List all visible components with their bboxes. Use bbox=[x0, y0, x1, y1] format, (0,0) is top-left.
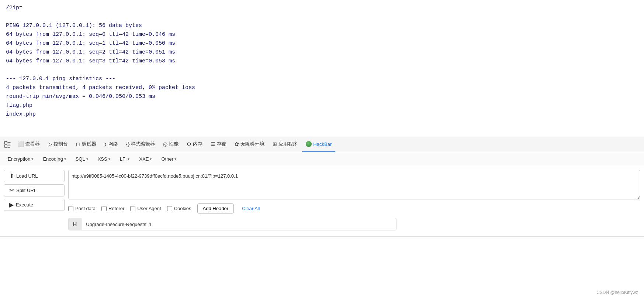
terminal-line: index.php bbox=[6, 110, 638, 119]
header-prefix-0: H bbox=[69, 218, 82, 230]
apps-tab-label: 应用程序 bbox=[278, 141, 298, 147]
terminal-line: /?ip= bbox=[6, 4, 638, 13]
menu-chevron-encryption: ▾ bbox=[31, 157, 33, 161]
checkbox-text-user-agent: User Agent bbox=[137, 206, 161, 211]
checkbox-label-cookies[interactable]: Cookies bbox=[167, 206, 191, 211]
menu-chevron-xss: ▾ bbox=[108, 157, 110, 161]
menu-item-sql[interactable]: SQL▾ bbox=[72, 154, 92, 164]
execute-button[interactable]: ▶ Execute bbox=[4, 199, 65, 211]
storage-icon: ☰ bbox=[211, 141, 215, 147]
menu-item-encryption[interactable]: Encryption▾ bbox=[4, 154, 37, 164]
performance-tab-label: 性能 bbox=[169, 141, 179, 147]
execute-label: Execute bbox=[16, 202, 33, 208]
checkbox-referer[interactable] bbox=[101, 206, 107, 211]
menu-item-label-lfi: LFI bbox=[120, 156, 127, 162]
inspector-button[interactable] bbox=[1, 138, 13, 150]
menu-item-label-other: Other bbox=[161, 156, 173, 162]
execute-icon: ▶ bbox=[9, 201, 14, 208]
devtools-tab-style-editor[interactable]: {}样式编辑器 bbox=[122, 137, 159, 152]
network-tab-label: 网络 bbox=[108, 141, 118, 147]
debugger-icon: ◻ bbox=[76, 141, 80, 147]
menu-item-xss[interactable]: XSS▾ bbox=[94, 154, 114, 164]
url-input[interactable] bbox=[68, 170, 640, 199]
devtools-bar: ⬜查看器▷控制台◻调试器↕网络{}样式编辑器◎性能⚙内存☰存储✿无障碍环境⊞应用… bbox=[0, 137, 644, 152]
menu-chevron-sql: ▾ bbox=[86, 157, 88, 161]
devtools-tab-viewer[interactable]: ⬜查看器 bbox=[14, 137, 44, 152]
devtools-tab-network[interactable]: ↕网络 bbox=[101, 137, 122, 152]
menu-item-xxe[interactable]: XXE▾ bbox=[135, 154, 156, 164]
clear-all-button[interactable]: Clear All bbox=[240, 204, 262, 213]
devtools-tab-memory[interactable]: ⚙内存 bbox=[183, 137, 206, 152]
checkbox-label-user-agent[interactable]: User Agent bbox=[130, 206, 161, 211]
debugger-tab-label: 调试器 bbox=[82, 141, 96, 147]
menu-item-other[interactable]: Other▾ bbox=[157, 154, 180, 164]
hackbar-menu: Encryption▾Encoding▾SQL▾XSS▾LFI▾XXE▾Othe… bbox=[0, 152, 644, 166]
devtools-tab-debugger[interactable]: ◻调试器 bbox=[72, 137, 100, 152]
terminal-line: round-trip min/avg/max = 0.046/0.050/0.0… bbox=[6, 92, 638, 101]
network-icon: ↕ bbox=[104, 141, 107, 147]
apps-icon: ⊞ bbox=[273, 141, 277, 147]
style-editor-tab-label: 样式编辑器 bbox=[131, 141, 155, 147]
hackbar-main: ⬆ Load URL ✂ Split URL ▶ Execute Post da… bbox=[0, 166, 644, 236]
load-url-label: Load URL bbox=[16, 173, 38, 179]
load-url-button[interactable]: ⬆ Load URL bbox=[4, 170, 65, 182]
memory-tab-label: 内存 bbox=[193, 141, 202, 147]
svg-rect-0 bbox=[4, 141, 7, 144]
split-url-button[interactable]: ✂ Split URL bbox=[4, 184, 65, 196]
terminal-line bbox=[6, 66, 638, 75]
hackbar-checkboxes: Post dataRefererUser AgentCookiesAdd Hea… bbox=[68, 201, 640, 216]
terminal-line: 64 bytes from 127.0.0.1: seq=2 ttl=42 ti… bbox=[6, 48, 638, 57]
terminal-line: 64 bytes from 127.0.0.1: seq=1 ttl=42 ti… bbox=[6, 39, 638, 48]
console-icon: ▷ bbox=[48, 141, 52, 147]
terminal-output: /?ip= PING 127.0.0.1 (127.0.0.1): 56 dat… bbox=[0, 0, 644, 137]
menu-item-encoding[interactable]: Encoding▾ bbox=[39, 154, 70, 164]
terminal-line: flag.php bbox=[6, 101, 638, 110]
accessibility-tab-label: 无障碍环境 bbox=[240, 141, 264, 147]
devtools-tab-console[interactable]: ▷控制台 bbox=[44, 137, 72, 152]
menu-item-label-sql: SQL bbox=[76, 156, 85, 162]
performance-icon: ◎ bbox=[163, 141, 167, 147]
checkbox-user-agent[interactable] bbox=[130, 206, 135, 211]
menu-item-label-encoding: Encoding bbox=[43, 156, 63, 162]
menu-item-label-xss: XSS bbox=[98, 156, 107, 162]
menu-item-label-encryption: Encryption bbox=[8, 156, 30, 162]
checkbox-label-post-data[interactable]: Post data bbox=[68, 206, 96, 211]
terminal-line: 64 bytes from 127.0.0.1: seq=3 ttl=42 ti… bbox=[6, 57, 638, 66]
hackbar-tab-label: HackBar bbox=[313, 141, 332, 147]
viewer-tab-label: 查看器 bbox=[25, 141, 40, 147]
checkbox-text-post-data: Post data bbox=[75, 206, 96, 211]
style-editor-icon: {} bbox=[126, 141, 129, 147]
terminal-line: --- 127.0.0.1 ping statistics --- bbox=[6, 75, 638, 83]
menu-chevron-encoding: ▾ bbox=[64, 157, 66, 161]
menu-chevron-xxe: ▾ bbox=[150, 157, 152, 161]
hackbar-icon bbox=[306, 141, 312, 147]
menu-chevron-lfi: ▾ bbox=[128, 157, 129, 161]
devtools-tab-performance[interactable]: ◎性能 bbox=[159, 137, 182, 152]
storage-tab-label: 存储 bbox=[217, 141, 226, 147]
checkbox-post-data[interactable] bbox=[68, 206, 73, 211]
devtools-tab-accessibility[interactable]: ✿无障碍环境 bbox=[231, 137, 268, 152]
hackbar-url-area: Post dataRefererUser AgentCookiesAdd Hea… bbox=[68, 170, 640, 233]
split-url-icon: ✂ bbox=[9, 187, 14, 194]
header-value-0: Upgrade-Insecure-Requests: 1 bbox=[82, 219, 396, 230]
terminal-line: 64 bytes from 127.0.0.1: seq=0 ttl=42 ti… bbox=[6, 30, 638, 39]
terminal-line: 4 packets transmitted, 4 packets receive… bbox=[6, 83, 638, 92]
header-row-0: HUpgrade-Insecure-Requests: 1 bbox=[68, 218, 397, 230]
devtools-tab-hackbar[interactable]: HackBar bbox=[302, 137, 335, 152]
hackbar-section: Encryption▾Encoding▾SQL▾XSS▾LFI▾XXE▾Othe… bbox=[0, 152, 644, 237]
menu-chevron-other: ▾ bbox=[174, 157, 176, 161]
checkbox-cookies[interactable] bbox=[167, 206, 172, 211]
menu-item-label-xxe: XXE bbox=[139, 156, 149, 162]
menu-item-lfi[interactable]: LFI▾ bbox=[116, 154, 134, 164]
devtools-tab-storage[interactable]: ☰存储 bbox=[207, 137, 230, 152]
hackbar-headers: HUpgrade-Insecure-Requests: 1 bbox=[68, 216, 640, 233]
checkbox-text-cookies: Cookies bbox=[174, 206, 191, 211]
memory-icon: ⚙ bbox=[187, 141, 191, 147]
add-header-button[interactable]: Add Header bbox=[197, 203, 234, 213]
accessibility-icon: ✿ bbox=[235, 141, 239, 147]
devtools-tab-apps[interactable]: ⊞应用程序 bbox=[269, 137, 301, 152]
checkbox-label-referer[interactable]: Referer bbox=[101, 206, 124, 211]
split-url-label: Split URL bbox=[16, 188, 37, 193]
hackbar-buttons: ⬆ Load URL ✂ Split URL ▶ Execute bbox=[4, 170, 65, 211]
svg-rect-1 bbox=[4, 145, 7, 147]
